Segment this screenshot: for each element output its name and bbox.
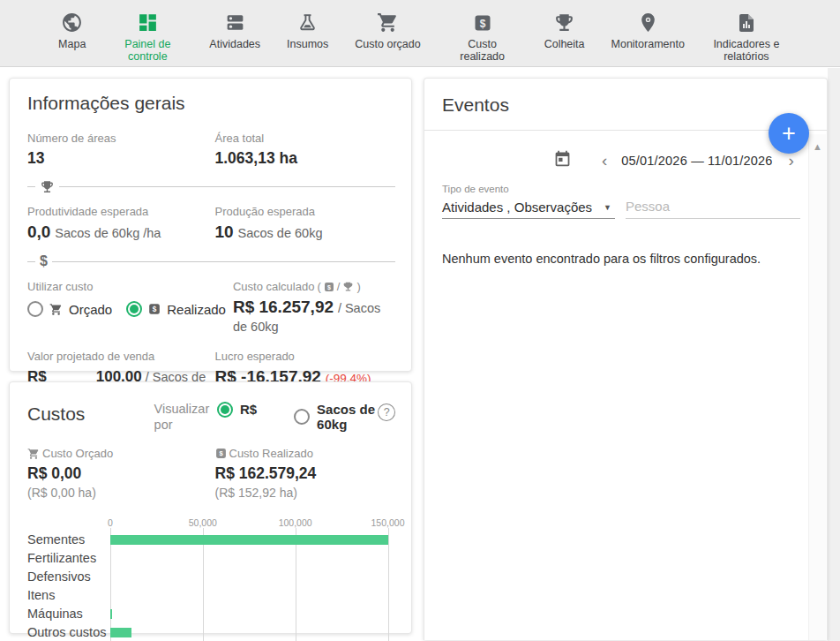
dollar-divider: $ — [27, 253, 395, 269]
dollar-badge-icon: $ — [470, 11, 494, 34]
sacos-radio[interactable] — [294, 409, 310, 425]
chart-category-label: Defensivos — [27, 568, 110, 586]
nav-label: Colheita — [544, 39, 585, 51]
chart-bar — [110, 609, 112, 619]
visualizar-por-label: Visualizar por — [154, 398, 217, 433]
utilizar-custo-field: Utilizar custo Orçado $ Rea — [27, 280, 226, 336]
nav-item-mapa[interactable]: Mapa — [58, 11, 86, 51]
nav-item-atividades[interactable]: Atividades — [209, 11, 260, 51]
orcado-radio-option[interactable]: Orçado — [27, 301, 112, 317]
producao-label: Produção esperada — [215, 205, 396, 218]
informacoes-gerais-title: Informações gerais — [27, 93, 395, 114]
nav-item-custo-realizado[interactable]: $ Custo realizado — [447, 11, 518, 64]
area-total-label: Área total — [215, 132, 396, 145]
tipo-evento-value: Atividades , Observações — [442, 200, 604, 215]
numero-areas-field: Número de áreas 13 — [27, 132, 208, 168]
date-range-value[interactable]: 05/01/2026 — 11/01/2026 — [621, 154, 772, 168]
trophy-icon — [35, 179, 59, 194]
chart-category-label: Máquinas — [27, 605, 110, 623]
report-file-icon — [734, 11, 758, 34]
nav-label: Monitoramento — [611, 39, 685, 51]
pessoa-input[interactable] — [626, 199, 800, 219]
empty-events-message: Nenhum evento encontrado para os filtros… — [424, 252, 827, 266]
dollar-badge-icon: $ — [215, 448, 227, 459]
calendar-icon[interactable] — [553, 149, 572, 171]
eventos-title: Eventos — [424, 79, 827, 116]
tipo-evento-label: Tipo de evento — [442, 184, 615, 194]
custo-orcado-value: R$ 0,00 — [27, 464, 208, 483]
rs-radio-option[interactable]: R$ — [217, 402, 257, 418]
prev-week-chevron[interactable]: ‹ — [598, 152, 611, 169]
custo-orcado-label: Custo Orçado — [27, 447, 208, 460]
numero-areas-value: 13 — [27, 149, 208, 168]
custos-card: Custos Visualizar por R$ Sacos de 60kg ?… — [9, 381, 412, 634]
custo-calculado-label: Custo calculado ( $ / ) — [233, 280, 395, 293]
page-scrollbar-gutter — [828, 68, 840, 641]
nav-item-indicadores-relatorios[interactable]: Indicadores e relatórios — [711, 11, 782, 64]
custo-realizado-field: $ Custo Realizado R$ 162.579,24 (R$ 152,… — [215, 447, 396, 500]
cart-icon — [376, 11, 400, 34]
custo-realizado-value: R$ 162.579,24 — [215, 464, 396, 483]
rs-radio[interactable] — [217, 402, 233, 418]
scroll-up-icon[interactable]: ▲ — [813, 142, 822, 640]
chart-axis: 050,000100,000150,000 — [110, 517, 397, 531]
custos-title: Custos — [27, 398, 154, 425]
custo-realizado-per-ha: (R$ 152,92 ha) — [215, 486, 396, 500]
nav-item-monitoramento[interactable]: Monitoramento — [611, 11, 685, 51]
area-total-field: Área total 1.063,13 ha — [215, 132, 396, 168]
next-week-chevron[interactable]: › — [785, 152, 798, 169]
eventos-scrollbar[interactable]: ▲ — [808, 134, 826, 640]
dashboard-icon — [136, 11, 160, 34]
realizado-radio[interactable] — [126, 301, 142, 317]
top-navigation: Mapa Painel de controle Atividades Insum… — [0, 0, 840, 67]
producao-field: Produção esperada 10 Sacos de 60kg — [215, 205, 396, 242]
chart-plot — [110, 531, 397, 641]
map-pin-bug-icon — [636, 11, 660, 34]
svg-text:$: $ — [327, 283, 331, 290]
lucro-esperado-label: Lucro esperado — [215, 350, 396, 363]
chart-category-label: Outros custos — [27, 623, 110, 641]
numero-areas-label: Número de áreas — [27, 132, 208, 145]
help-icon[interactable]: ? — [378, 403, 395, 421]
chart-categories: SementesFertilizantesDefensivosItensMáqu… — [27, 531, 110, 641]
tipo-evento-field: Tipo de evento Atividades , Observações … — [442, 184, 615, 219]
nav-label: Atividades — [209, 39, 260, 51]
nav-label: Painel de controle — [112, 39, 183, 64]
custo-realizado-label: $ Custo Realizado — [215, 447, 396, 460]
dollar-badge-icon: $ — [324, 282, 334, 292]
trophy-icon — [342, 281, 354, 292]
custo-orcado-field: Custo Orçado R$ 0,00 (R$ 0,00 ha) — [27, 447, 208, 500]
custo-orcado-per-ha: (R$ 0,00 ha) — [27, 486, 208, 500]
add-event-button[interactable]: + — [769, 113, 809, 154]
producao-value: 10 Sacos de 60kg — [215, 222, 396, 242]
eventos-card: Eventos + ▲ ‹ 05/01/2026 — 11/01/2026 › … — [424, 78, 828, 640]
chart-rows — [110, 531, 397, 641]
nav-item-painel-de-controle[interactable]: Painel de controle — [112, 11, 183, 64]
globe-icon — [60, 11, 84, 34]
chart-category-label: Itens — [27, 586, 110, 605]
chart-bar — [110, 628, 131, 637]
nav-item-colheita[interactable]: Colheita — [544, 11, 585, 51]
realizado-radio-label: Realizado — [167, 302, 226, 317]
chart-tick-label: 150,000 — [371, 517, 405, 528]
informacoes-gerais-card: Informações gerais Número de áreas 13 Ár… — [9, 78, 412, 372]
orcado-radio[interactable] — [27, 301, 43, 317]
nav-label: Indicadores e relatórios — [711, 39, 782, 64]
nav-item-insumos[interactable]: Insumos — [287, 11, 328, 51]
realizado-radio-option[interactable]: $ Realizado — [126, 301, 226, 317]
nav-item-custo-orcado[interactable]: Custo orçado — [355, 11, 420, 51]
nav-label: Custo realizado — [447, 39, 518, 64]
eventos-divider — [424, 130, 827, 131]
valor-projetado-label: Valor projetado de venda — [27, 350, 208, 363]
svg-text:$: $ — [479, 17, 485, 29]
chart-category-label: Sementes — [27, 531, 110, 549]
sacos-radio-option[interactable]: Sacos de 60kg — [294, 402, 378, 433]
chart-bar — [110, 535, 388, 545]
nav-label: Custo orçado — [355, 39, 420, 51]
tipo-evento-select[interactable]: Atividades , Observações ▼ — [442, 200, 615, 219]
custo-calculado-field: Custo calculado ( $ / ) R$ 16.257,92 / S… — [233, 280, 395, 336]
caret-down-icon: ▼ — [604, 203, 611, 212]
utilizar-custo-label: Utilizar custo — [27, 280, 226, 293]
cart-icon — [27, 448, 40, 460]
nav-label: Insumos — [287, 39, 328, 51]
